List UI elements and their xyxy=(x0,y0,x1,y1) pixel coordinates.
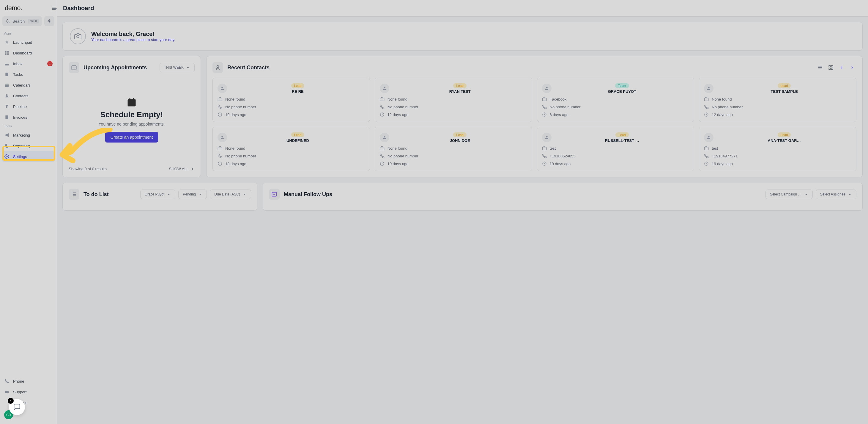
sidebar-item-marketing[interactable]: Marketing xyxy=(0,130,57,140)
sidebar-item-dashboard[interactable]: Dashboard xyxy=(0,48,57,58)
svg-point-32 xyxy=(221,87,223,88)
contact-name: RE RE xyxy=(230,89,365,94)
section-apps-label: Apps xyxy=(0,30,57,37)
briefcase-icon xyxy=(218,97,222,102)
contact-company: None found xyxy=(380,146,527,150)
contact-name: UNDEFINED xyxy=(230,138,365,143)
svg-rect-28 xyxy=(829,65,830,67)
filter-button[interactable]: Grace Puyot xyxy=(140,190,176,199)
svg-point-44 xyxy=(221,136,223,137)
contact-card[interactable]: Lead JOHN DOE None found No phone number… xyxy=(375,127,532,171)
chat-widget[interactable]: 4 xyxy=(9,399,25,415)
inbox-badge: 1 xyxy=(47,61,53,66)
phone-icon xyxy=(380,153,384,158)
filter-button[interactable]: Pending xyxy=(178,190,207,199)
contact-tag: Lead xyxy=(291,83,304,88)
page-title: Dashboard xyxy=(63,5,94,11)
contact-card[interactable]: Lead ANA-TEST GAR… test +19184977271 19 … xyxy=(699,127,857,171)
contact-name: ANA-TEST GAR… xyxy=(717,138,851,143)
contact-company: None found xyxy=(218,146,365,150)
contact-card[interactable]: Lead TEST SAMPLE None found No phone num… xyxy=(699,78,857,122)
search-input[interactable]: Search ctrl K xyxy=(2,16,42,26)
view-list-button[interactable] xyxy=(816,63,824,72)
nav-label: Calendars xyxy=(13,83,31,87)
contact-card[interactable]: Lead RE RE None found No phone number 10… xyxy=(213,78,370,122)
bolt-icon xyxy=(47,19,52,24)
contact-card[interactable]: Team GRACE PUYOT Facebook No phone numbe… xyxy=(537,78,694,122)
contact-card[interactable]: Lead RYAN TEST None found No phone numbe… xyxy=(375,78,532,122)
svg-point-12 xyxy=(6,94,7,96)
chevron-right-icon xyxy=(190,167,195,171)
contact-tag: Lead xyxy=(291,133,304,137)
contact-avatar xyxy=(218,133,227,142)
sidebar-item-reporting[interactable]: Reporting xyxy=(0,140,57,151)
svg-point-41 xyxy=(708,87,710,88)
prev-button[interactable] xyxy=(837,63,846,72)
sidebar-item-settings[interactable]: Settings xyxy=(2,151,55,162)
svg-line-4 xyxy=(9,22,9,23)
phone-icon xyxy=(4,378,9,384)
sidebar-item-invoices[interactable]: Invoices xyxy=(0,112,57,122)
sidebar-item-pipeline[interactable]: Pipeline xyxy=(0,101,57,112)
clock-icon xyxy=(380,112,384,117)
sidebar-item-inbox[interactable]: Inbox 1 xyxy=(0,58,57,69)
svg-rect-36 xyxy=(380,98,384,101)
briefcase-icon xyxy=(380,146,384,150)
nav-label: Contacts xyxy=(13,94,28,98)
menu-toggle-icon[interactable] xyxy=(52,5,57,12)
chevron-down-icon xyxy=(198,192,203,196)
nav-label: Inbox xyxy=(13,62,23,66)
svg-rect-13 xyxy=(5,115,8,119)
sidebar-item-tasks[interactable]: Tasks xyxy=(0,69,57,80)
welcome-avatar[interactable] xyxy=(70,28,86,44)
svg-point-35 xyxy=(384,87,385,88)
contact-tag: Lead xyxy=(453,133,466,137)
svg-point-38 xyxy=(546,87,547,88)
sidebar-item-support[interactable]: Support xyxy=(0,387,57,397)
contact-card[interactable]: Lead UNDEFINED None found No phone numbe… xyxy=(213,127,370,171)
chevron-down-icon xyxy=(848,192,852,196)
svg-rect-10 xyxy=(5,84,9,87)
phone-icon xyxy=(704,153,709,158)
create-appointment-button[interactable]: Create an appointment xyxy=(105,132,158,143)
filter-button[interactable]: Select Assignee xyxy=(816,190,857,199)
chevron-down-icon xyxy=(186,65,190,69)
phone-icon xyxy=(542,105,547,109)
contact-avatar xyxy=(380,84,389,93)
sidebar-item-launchpad[interactable]: Launchpad xyxy=(0,37,57,48)
sidebar-item-phone[interactable]: Phone xyxy=(0,376,57,387)
camera-icon xyxy=(74,33,82,40)
view-grid-button[interactable] xyxy=(827,63,835,72)
next-button[interactable] xyxy=(848,63,857,72)
svg-rect-33 xyxy=(218,98,222,101)
followup-icon xyxy=(269,189,280,200)
phone-icon xyxy=(380,105,384,109)
nav-label: Reporting xyxy=(13,144,30,148)
logo: demo. xyxy=(5,4,22,12)
briefcase-icon xyxy=(542,97,547,102)
contact-card[interactable]: Lead RUSSELL-TEST … test +19188524855 19… xyxy=(537,127,694,171)
appointments-filter[interactable]: THIS WEEK xyxy=(160,63,195,72)
clock-icon xyxy=(218,161,222,166)
briefcase-icon xyxy=(704,146,709,150)
quick-action-button[interactable] xyxy=(44,16,54,26)
clock-icon xyxy=(704,161,709,166)
contact-company: None found xyxy=(218,97,365,102)
filter-button[interactable]: Select Campaign … xyxy=(766,190,813,199)
clock-icon xyxy=(380,161,384,166)
sidebar-item-calendars[interactable]: Calendars xyxy=(0,80,57,90)
contact-avatar xyxy=(218,84,227,93)
svg-rect-8 xyxy=(7,53,9,55)
contact-time: 18 days ago xyxy=(218,161,365,166)
contact-avatar xyxy=(704,133,713,142)
sidebar-item-contacts[interactable]: Contacts xyxy=(0,90,57,101)
tasks-icon xyxy=(4,72,9,77)
contact-name: TEST SAMPLE xyxy=(717,89,851,94)
filter-button[interactable]: Due Date (ASC) xyxy=(210,190,251,199)
show-all-button[interactable]: SHOW ALL xyxy=(169,167,195,171)
svg-rect-15 xyxy=(5,391,9,393)
clock-icon xyxy=(704,112,709,117)
nav-label: Launchpad xyxy=(13,40,32,45)
contacts-card: Recent Contacts Lead RE RE xyxy=(206,56,863,177)
contact-tag: Lead xyxy=(453,83,466,88)
